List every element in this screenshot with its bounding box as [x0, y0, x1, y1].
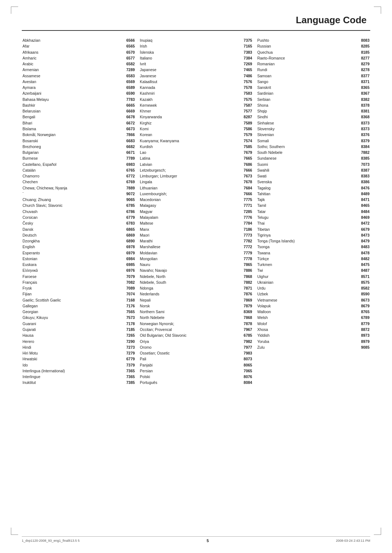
language-code: 7673	[238, 173, 252, 179]
list-item: Armenian7289	[22, 67, 135, 73]
language-name: Bislama	[23, 126, 121, 132]
list-item: Volapuk8679	[257, 303, 370, 309]
language-code: 7686	[238, 161, 252, 167]
page-footer: 1_dvp1120-2008_93_eng1_final813.5 5 5 20…	[22, 536, 370, 543]
list-item: Catalán6765	[22, 167, 135, 173]
language-code: 7290	[121, 339, 135, 344]
list-item: Herero7290	[22, 339, 135, 344]
language-code: 6671	[121, 149, 135, 155]
language-name: English	[23, 244, 121, 250]
language-code: 7889	[121, 185, 135, 191]
language-name: Church Slavic; Slavonic	[23, 202, 121, 208]
language-name: Ukrainian	[257, 279, 356, 285]
list-item: Tajik8471	[257, 197, 370, 202]
language-name: Castellano, Español	[23, 161, 121, 167]
list-item: Sotho; Southern8384	[257, 144, 370, 149]
language-code: 7882	[238, 279, 252, 285]
list-item: Chewa; Chichewa; Nyanja7889	[22, 185, 135, 191]
list-item: Panjabi8065	[139, 362, 253, 368]
list-item: Javanese7486	[139, 73, 253, 79]
list-item: Aymara6589	[22, 85, 135, 90]
language-code: 7684	[238, 185, 252, 191]
list-item: Chuvash6786	[22, 209, 135, 214]
language-code: 6789	[356, 315, 369, 320]
language-code: 6979	[121, 250, 135, 256]
language-name: Ido	[23, 362, 121, 368]
list-item: Kuanyama; Kwanyama7574	[139, 138, 253, 144]
language-name: Français	[23, 279, 121, 285]
language-name: Guarani	[23, 321, 121, 327]
list-item: Letzeburgesch;7666	[139, 167, 253, 173]
language-name: Íslenska	[140, 49, 238, 55]
language-code: 7778	[238, 256, 252, 262]
list-item: Moldavian7779	[139, 250, 253, 256]
language-code: 7879	[238, 303, 252, 309]
language-code: 7868	[238, 274, 252, 279]
language-name: Walloon	[257, 309, 356, 315]
language-code: 8084	[238, 380, 252, 385]
language-name: Turkmen	[257, 262, 356, 267]
language-code: 7771	[238, 202, 252, 208]
language-name: Manx	[140, 226, 238, 232]
language-name: Shqip	[257, 108, 356, 114]
language-name: Persian	[140, 368, 238, 374]
list-item: Dzongkha6890	[22, 238, 135, 244]
language-code: 7465	[238, 67, 252, 73]
list-item: Pushto8083	[257, 37, 370, 43]
list-item: Kernewek7587	[139, 102, 253, 108]
language-name: Hiri Motu	[23, 350, 121, 356]
list-item: Korean7579	[139, 132, 253, 138]
language-name: Lithuanian	[140, 185, 238, 191]
language-code: 7082	[121, 279, 135, 285]
list-item: Luxembourgish;7666	[139, 191, 253, 197]
list-item: Sango8371	[257, 79, 370, 85]
language-name: Letzeburgesch;	[140, 167, 238, 173]
language-code: 7586	[238, 126, 252, 132]
language-code: 7574	[238, 138, 252, 144]
list-item: Russian8285	[257, 43, 370, 49]
list-item: Shqip8381	[257, 108, 370, 114]
language-name: Catalán	[23, 167, 121, 173]
language-name: Telugu	[257, 214, 356, 220]
language-name: Avestan	[23, 79, 121, 85]
language-code: 8483	[356, 244, 369, 250]
list-item: Church Slavic; Slavonic6785	[22, 202, 135, 208]
language-name: Kashmiri	[140, 90, 238, 96]
language-name: Azerbaijani	[23, 90, 121, 96]
language-name: Samoan	[257, 73, 356, 79]
list-item: Bihari6672	[22, 120, 135, 126]
language-name: Amharic	[23, 55, 121, 61]
list-item: Kazakh7575	[139, 97, 253, 102]
language-name: Latina	[140, 155, 238, 161]
list-item: Occitan; Provencal7967	[139, 327, 253, 332]
language-code: 7665	[238, 155, 252, 161]
language-code: 8979	[356, 339, 369, 344]
list-item: Avestan6569	[22, 79, 135, 85]
language-code: 7583	[238, 90, 252, 96]
language-code: 7185	[121, 327, 135, 332]
list-item: Azerbaijani6590	[22, 90, 135, 96]
language-code: 8484	[356, 209, 369, 214]
language-code: 8373	[356, 120, 369, 126]
language-code: 7065	[238, 368, 252, 374]
language-name: Pushto	[257, 37, 356, 43]
list-item: Tibetan6679	[257, 226, 370, 232]
language-name: Gikuyu; Kikuyu	[23, 315, 121, 320]
column-2: Inupiaq7375Irish7165Íslenska7383Italiano…	[139, 37, 256, 386]
list-item: Sindhi8368	[257, 114, 370, 120]
language-code: 7577	[238, 108, 252, 114]
list-item: Lithuanian7684	[139, 185, 253, 191]
language-name: Türkçe	[257, 256, 356, 262]
language-name: Macedonian	[140, 197, 238, 202]
language-name: Occitan; Provencal	[140, 327, 238, 332]
language-code: 8765	[356, 309, 369, 315]
language-code: 8673	[356, 297, 369, 303]
language-code: 6669	[121, 108, 135, 114]
language-name: Sotho; Southern	[257, 144, 356, 149]
list-item: Twi8487	[257, 267, 370, 273]
language-name: Deutsch	[23, 232, 121, 238]
language-name: Chuang; Zhuang	[23, 197, 121, 202]
list-item: Manx7186	[139, 226, 253, 232]
page-title: Language Code	[22, 15, 370, 26]
language-name: Kirghiz	[140, 120, 238, 126]
